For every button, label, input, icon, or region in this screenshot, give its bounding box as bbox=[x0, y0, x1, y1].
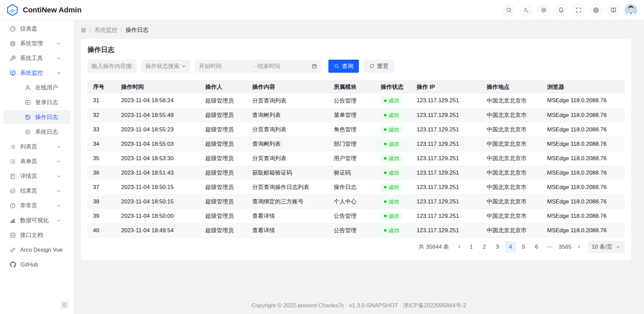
sidebar-item-system-monitor[interactable]: 系统监控 bbox=[3, 66, 70, 80]
next-page-button[interactable] bbox=[575, 241, 583, 253]
status-label: 成功 bbox=[389, 184, 399, 190]
status-badge: 成功 bbox=[381, 198, 402, 206]
status-badge: 成功 bbox=[381, 111, 402, 119]
table-row[interactable]: 372023-11-04 18:50:15超级管理员分页查询操作日志列表操作日志… bbox=[88, 180, 625, 194]
gear-icon bbox=[10, 41, 16, 47]
status-dot-icon bbox=[384, 186, 386, 188]
table-row[interactable]: 392023-11-04 18:50:00超级管理员查看详情公告管理成功123.… bbox=[88, 209, 625, 223]
status-label: 成功 bbox=[389, 127, 399, 133]
page-number-⋯[interactable]: ⋯ bbox=[544, 241, 555, 253]
search-button[interactable]: 查询 bbox=[328, 60, 359, 73]
cell-status: 成功 bbox=[375, 151, 411, 166]
page-size-select[interactable]: 10 条/页 bbox=[588, 241, 625, 253]
prev-page-button[interactable] bbox=[455, 241, 464, 253]
theme-button[interactable] bbox=[537, 4, 550, 16]
chart-icon bbox=[10, 217, 16, 224]
sidebar-item-dashboard[interactable]: 仪表盘 bbox=[3, 22, 70, 36]
table-row[interactable]: 332023-11-04 18:55:23超级管理员分页查询列表角色管理成功12… bbox=[88, 122, 625, 137]
sidebar-item-form-page[interactable]: 表单页 bbox=[3, 154, 70, 168]
cell: 获取邮箱验证码 bbox=[247, 166, 328, 180]
table-header-row: 序号操作时间操作人操作内容所属模块操作状态操作 IP操作地点浏览器 bbox=[88, 80, 625, 93]
operation-status-select[interactable]: 操作状态搜索 bbox=[141, 60, 190, 73]
sidebar-item-label: 结果页 bbox=[20, 187, 37, 195]
sidebar-item-label: Arco Design Vue bbox=[20, 247, 63, 253]
cell-status: 成功 bbox=[375, 137, 411, 151]
cell: MSEdge 118.0.2088.76 bbox=[542, 209, 625, 223]
sidebar-item-arco-design-vue[interactable]: Arco Design Vue bbox=[3, 243, 70, 257]
page-number-6[interactable]: 6 bbox=[531, 241, 542, 253]
status-badge: 成功 bbox=[381, 183, 402, 191]
status-dot-icon bbox=[384, 100, 386, 102]
sidebar-item-github[interactable]: GitHub bbox=[3, 258, 70, 271]
table-row[interactable]: 352023-11-04 18:53:30超级管理员分页查询列表用户管理成功12… bbox=[88, 151, 625, 166]
sidebar-item-system-management[interactable]: 系统管理 bbox=[3, 37, 70, 50]
cell: 123.117.129.251 bbox=[411, 151, 481, 166]
table-row[interactable]: 362023-11-04 18:51:43超级管理员获取邮箱验证码验证码成功12… bbox=[88, 166, 625, 180]
translate-button[interactable]: 文A bbox=[520, 4, 533, 16]
table-row[interactable]: 342023-11-04 18:55:03超级管理员查询树列表部门管理成功123… bbox=[88, 137, 625, 151]
cell: 2023-11-04 18:55:03 bbox=[116, 137, 200, 151]
sidebar-item-label: 系统管理 bbox=[20, 40, 43, 47]
collapse-sidebar-button[interactable] bbox=[60, 301, 69, 309]
page-number-2[interactable]: 2 bbox=[479, 241, 490, 253]
docs-button[interactable] bbox=[607, 4, 620, 16]
cell-status: 成功 bbox=[375, 209, 411, 223]
list-icon bbox=[10, 144, 16, 150]
cell: 分页查询列表 bbox=[247, 122, 328, 137]
cell-status: 成功 bbox=[375, 166, 411, 180]
reset-button[interactable]: 重置 bbox=[364, 60, 394, 73]
sidebar-item-login-log[interactable]: 登录日志 bbox=[3, 96, 70, 109]
page-number-1[interactable]: 1 bbox=[466, 241, 477, 253]
breadcrumb-separator: / bbox=[90, 27, 91, 34]
sidebar-item-system-log[interactable]: 系统日志 bbox=[3, 125, 70, 139]
page-number-5[interactable]: 5 bbox=[518, 241, 529, 253]
search-button[interactable] bbox=[502, 4, 515, 16]
sidebar-item-detail-page[interactable]: 详情页 bbox=[3, 169, 70, 183]
status-dot-icon bbox=[384, 229, 386, 232]
fullscreen-button[interactable] bbox=[572, 4, 585, 16]
table-row[interactable]: 402023-11-04 18:49:54超级管理员查看详情公告管理成功123.… bbox=[88, 223, 625, 238]
page-number-3[interactable]: 3 bbox=[492, 241, 503, 253]
breadcrumb-item-system-monitor[interactable]: 系统监控 bbox=[95, 26, 117, 34]
cell: 中国北京北京市 bbox=[481, 108, 542, 122]
user-avatar-button[interactable] bbox=[625, 4, 637, 16]
operation-content-search-input[interactable] bbox=[88, 60, 137, 73]
sidebar-item-api-docs[interactable]: 接口文档 bbox=[3, 228, 70, 242]
cell: 2023-11-04 18:50:15 bbox=[116, 194, 200, 209]
sidebar-item-system-tools[interactable]: 系统工具 bbox=[3, 51, 70, 65]
settings-button[interactable] bbox=[590, 4, 602, 16]
page-number-3565[interactable]: 3565 bbox=[557, 241, 573, 253]
breadcrumb-separator: / bbox=[121, 27, 122, 34]
table-row[interactable]: 382023-11-04 18:50:15超级管理员查询绑定的三方账号个人中心成… bbox=[88, 194, 625, 209]
status-badge: 成功 bbox=[381, 126, 402, 134]
page-size-label: 10 条/页 bbox=[592, 243, 612, 251]
tool-icon bbox=[10, 55, 16, 61]
notification-button[interactable] bbox=[555, 4, 568, 16]
login-log-icon bbox=[25, 100, 31, 106]
cell: 中国北京北京市 bbox=[481, 194, 542, 209]
table-row[interactable]: 322023-11-04 18:55:49超级管理员查询树列表菜单管理成功123… bbox=[88, 108, 625, 122]
cell: 分页查询列表 bbox=[247, 151, 328, 166]
sidebar-item-operation-log[interactable]: 操作日志 bbox=[3, 110, 70, 124]
apps-icon[interactable] bbox=[81, 27, 86, 33]
status-badge: 成功 bbox=[381, 97, 402, 105]
sidebar-item-data-visualization[interactable]: 数据可视化 bbox=[3, 213, 70, 227]
date-range-picker[interactable]: 开始时间 - 结束时间 bbox=[195, 60, 321, 73]
sun-icon bbox=[541, 7, 547, 13]
cell: 操作日志 bbox=[328, 180, 375, 194]
end-time-placeholder: 结束时间 bbox=[258, 62, 309, 70]
table-row[interactable]: 312023-11-04 18:56:24超级管理员分页查询列表公告管理成功12… bbox=[88, 93, 625, 108]
app-logo[interactable]: ContiNew Admin bbox=[0, 4, 82, 16]
sidebar-item-result-page[interactable]: 结果页 bbox=[3, 184, 70, 198]
menu-fold-icon bbox=[62, 302, 67, 308]
cell: 个人中心 bbox=[328, 194, 375, 209]
sidebar-item-online-users[interactable]: 在线用户 bbox=[3, 81, 70, 95]
sidebar-item-exception-page[interactable]: 异常页 bbox=[3, 199, 70, 212]
page-number-4[interactable]: 4 bbox=[505, 241, 516, 253]
cell: MSEdge 118.0.2088.76 bbox=[542, 93, 625, 108]
cell: 超级管理员 bbox=[200, 209, 247, 223]
app-layout: 仪表盘系统管理系统工具系统监控在线用户登录日志操作日志系统日志列表页表单页详情页… bbox=[0, 0, 644, 314]
sidebar-item-list-page[interactable]: 列表页 bbox=[3, 140, 70, 153]
cell: 超级管理员 bbox=[200, 194, 247, 209]
sidebar-item-label: 登录日志 bbox=[35, 99, 58, 106]
